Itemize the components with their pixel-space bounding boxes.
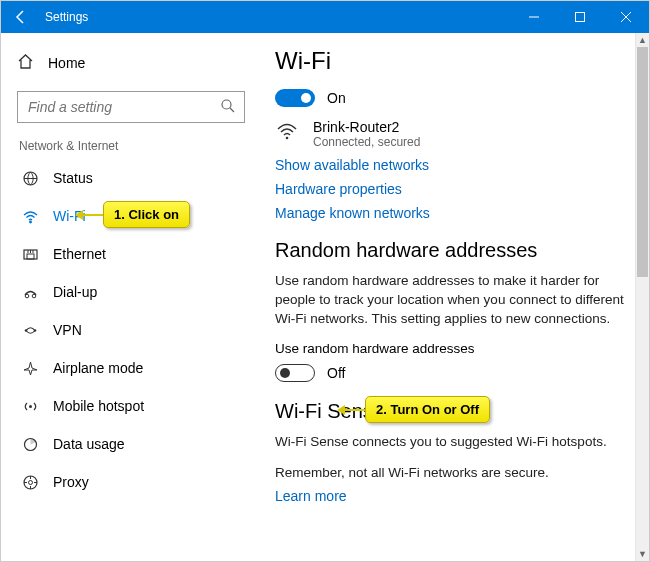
sidebar-item-label: Data usage <box>53 436 125 452</box>
sidebar-group-label: Network & Internet <box>19 139 257 153</box>
scrollbar[interactable]: ▲ ▼ <box>635 33 649 561</box>
wifi-toggle-label: On <box>327 90 346 106</box>
sidebar: Home Network & Internet Status Wi-Fi Eth… <box>1 33 263 561</box>
search-input[interactable] <box>17 91 245 123</box>
svg-rect-1 <box>576 13 585 22</box>
sidebar-item-proxy[interactable]: Proxy <box>17 463 257 501</box>
svg-point-11 <box>25 294 29 298</box>
status-icon <box>21 170 39 187</box>
network-name: Brink-Router2 <box>313 119 420 135</box>
callout-2-text: 2. Turn On or Off <box>365 396 490 423</box>
sidebar-item-dialup[interactable]: Dial-up <box>17 273 257 311</box>
sidebar-item-label: Dial-up <box>53 284 97 300</box>
maximize-button[interactable] <box>557 1 603 33</box>
proxy-icon <box>21 474 39 491</box>
random-hw-toggle[interactable] <box>275 364 315 382</box>
svg-point-15 <box>29 405 32 408</box>
callout-2: 2. Turn On or Off <box>343 396 490 423</box>
sidebar-item-ethernet[interactable]: Ethernet <box>17 235 257 273</box>
sidebar-item-airplane[interactable]: Airplane mode <box>17 349 257 387</box>
current-network[interactable]: Brink-Router2 Connected, secured <box>275 119 629 149</box>
home-icon <box>17 53 34 74</box>
sidebar-item-datausage[interactable]: Data usage <box>17 425 257 463</box>
svg-point-12 <box>32 294 36 298</box>
sidebar-item-label: Airplane mode <box>53 360 143 376</box>
sidebar-item-label: Status <box>53 170 93 186</box>
hotspot-icon <box>21 398 39 415</box>
window-title: Settings <box>41 10 88 24</box>
minimize-button[interactable] <box>511 1 557 33</box>
link-known-networks[interactable]: Manage known networks <box>275 205 629 221</box>
search-field[interactable] <box>18 92 244 122</box>
sense-body1: Wi-Fi Sense connects you to suggested Wi… <box>275 433 629 452</box>
svg-point-2 <box>222 100 231 109</box>
scroll-up-icon[interactable]: ▲ <box>636 33 649 47</box>
sidebar-item-vpn[interactable]: VPN <box>17 311 257 349</box>
link-available-networks[interactable]: Show available networks <box>275 157 629 173</box>
sidebar-item-label: VPN <box>53 322 82 338</box>
ethernet-icon <box>21 246 39 263</box>
link-learn-more[interactable]: Learn more <box>275 488 629 504</box>
sidebar-item-label: Proxy <box>53 474 89 490</box>
wifi-heading: Wi-Fi <box>275 47 629 75</box>
link-hardware-properties[interactable]: Hardware properties <box>275 181 629 197</box>
sidebar-item-label: Mobile hotspot <box>53 398 144 414</box>
random-sublabel: Use random hardware addresses <box>275 341 629 356</box>
wifi-toggle[interactable] <box>275 89 315 107</box>
svg-point-5 <box>29 221 31 223</box>
network-status: Connected, secured <box>313 135 420 149</box>
scrollbar-thumb[interactable] <box>637 47 648 277</box>
sidebar-item-hotspot[interactable]: Mobile hotspot <box>17 387 257 425</box>
callout-1: 1. Click on <box>81 201 190 228</box>
close-button[interactable] <box>603 1 649 33</box>
airplane-icon <box>21 360 39 377</box>
home-label: Home <box>48 55 85 71</box>
svg-point-19 <box>286 137 289 140</box>
scroll-down-icon[interactable]: ▼ <box>636 547 649 561</box>
svg-point-18 <box>28 480 32 484</box>
callout-1-text: 1. Click on <box>103 201 190 228</box>
random-toggle-label: Off <box>327 365 345 381</box>
random-heading: Random hardware addresses <box>275 239 629 262</box>
datausage-icon <box>21 436 39 453</box>
wifi-icon <box>21 208 39 225</box>
svg-line-3 <box>230 108 234 112</box>
sidebar-item-status[interactable]: Status <box>17 159 257 197</box>
svg-rect-7 <box>27 254 34 259</box>
dialup-icon <box>21 284 39 301</box>
sense-body2: Remember, not all Wi-Fi networks are sec… <box>275 464 629 483</box>
titlebar: Settings <box>1 1 649 33</box>
wifi-signal-icon <box>275 119 299 147</box>
home-button[interactable]: Home <box>17 43 257 83</box>
sidebar-item-label: Ethernet <box>53 246 106 262</box>
search-icon <box>220 98 236 118</box>
vpn-icon <box>21 322 39 339</box>
main-panel: Wi-Fi On Brink-Router2 Connected, secure… <box>263 33 649 561</box>
random-body: Use random hardware addresses to make it… <box>275 272 629 329</box>
back-button[interactable] <box>1 1 41 33</box>
